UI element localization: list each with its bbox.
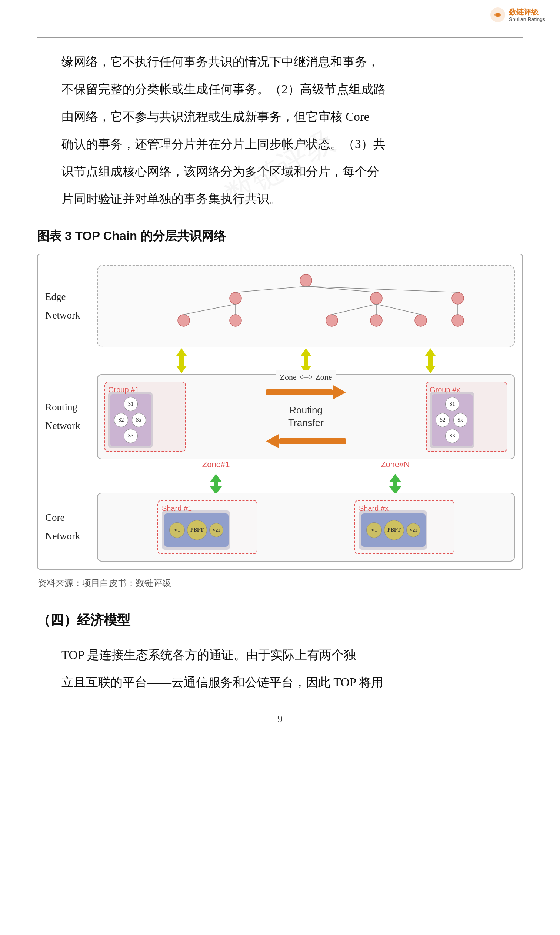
source-text: 资料来源：项目白皮书；数链评级 — [38, 575, 523, 591]
svg-marker-29 — [425, 348, 435, 356]
shard-node-s3-right: S3 — [445, 429, 459, 443]
logo-icon — [490, 7, 506, 23]
shard-node-s2-right: S2 — [435, 413, 450, 427]
yellow-arrow-1 — [172, 348, 190, 374]
body-text-4: 确认的事务，还管理分片并在分片上同步帐户状态。（3）共 — [37, 132, 523, 156]
pbft-node-right: PBFT — [384, 520, 404, 540]
svg-point-10 — [452, 292, 464, 304]
routing-arrow-left — [265, 433, 347, 449]
shard-node-sx-left: Sx — [132, 413, 146, 427]
svg-marker-21 — [176, 348, 187, 356]
body-text-3: 由网络，它不参与共识流程或生成新事务，但它审核 Core — [37, 105, 523, 129]
header-logo: 数链评级 Shulian Ratings — [490, 7, 545, 23]
figure-title: 图表 3 TOP Chain 的分层共识网络 — [37, 225, 523, 247]
page-number: 9 — [37, 709, 523, 729]
svg-rect-28 — [304, 356, 308, 366]
svg-rect-34 — [266, 389, 332, 395]
green-arrow-right — [386, 473, 404, 495]
v1-node-right: V1 — [366, 522, 382, 538]
yellow-arrow-3 — [422, 348, 439, 374]
routing-transfer-label: RoutingTransfer — [288, 404, 324, 429]
svg-line-16 — [332, 304, 376, 315]
svg-point-7 — [326, 315, 338, 326]
network-diagram: Edge Network — [45, 265, 515, 561]
svg-line-18 — [376, 304, 421, 315]
svg-rect-45 — [393, 481, 397, 486]
svg-point-2 — [300, 274, 312, 286]
top-border — [37, 37, 523, 38]
svg-marker-35 — [332, 385, 346, 400]
svg-point-5 — [178, 315, 190, 326]
diagram-container: Edge Network — [37, 254, 523, 570]
svg-point-4 — [370, 292, 382, 304]
svg-marker-25 — [301, 348, 311, 356]
svg-point-11 — [452, 315, 464, 326]
core-network-label: Core Network — [45, 509, 90, 546]
body-text-8: 立且互联的平台——云通信服务和公链平台，因此 TOP 将用 — [37, 670, 523, 695]
v1-node-left: V1 — [169, 522, 185, 538]
body-text-5: 识节点组成核心网络，该网络分为多个区域和分片，每个分 — [37, 159, 523, 184]
svg-line-14 — [184, 304, 235, 315]
body-text-7: TOP 是连接生态系统各方的通证。由于实际上有两个独 — [37, 643, 523, 667]
shard-node-sx-right: Sx — [453, 413, 468, 427]
svg-rect-37 — [279, 438, 346, 444]
svg-rect-41 — [214, 481, 218, 486]
edge-network-label: Edge Network — [45, 288, 90, 325]
svg-marker-36 — [266, 434, 279, 449]
v21-node-right: V21 — [406, 523, 420, 537]
shard-node-s1-left: S1 — [124, 397, 138, 411]
pbft-node-left: PBFT — [187, 520, 207, 540]
svg-point-6 — [230, 315, 242, 326]
svg-rect-24 — [179, 356, 184, 366]
shard1-label: Shard #1 — [162, 501, 192, 515]
routing-arrow-right — [265, 384, 347, 400]
shard-node-s2-left: S2 — [114, 413, 128, 427]
svg-line-19 — [306, 286, 458, 292]
svg-line-12 — [235, 286, 306, 292]
shardX-label: Shard #x — [359, 501, 389, 515]
section-heading: （四）经济模型 — [37, 608, 523, 633]
body-text-6: 片同时验证并对单独的事务集执行共识。 — [37, 187, 523, 211]
svg-point-9 — [415, 315, 427, 326]
svg-marker-42 — [389, 474, 401, 482]
svg-line-13 — [306, 286, 376, 292]
svg-point-8 — [370, 315, 382, 326]
v21-node-left: V21 — [209, 523, 223, 537]
routing-network-label: Routing Network — [45, 398, 90, 435]
body-text-1: 缘网络，它不执行任何事务共识的情况下中继消息和事务， — [37, 50, 523, 74]
green-arrow-left — [207, 473, 225, 495]
shard-node-s1-right: S1 — [445, 397, 459, 411]
zone-label: Zone <--> Zone — [276, 370, 336, 385]
svg-point-3 — [230, 292, 242, 304]
logo-text: 数链评级 Shulian Ratings — [509, 8, 545, 23]
svg-point-1 — [496, 13, 500, 17]
edge-network-svg — [109, 272, 503, 332]
shard-node-s3-left: S3 — [124, 429, 138, 443]
body-text-2: 不保留完整的分类帐或生成任何事务。（2）高级节点组成路 — [37, 77, 523, 101]
svg-marker-23 — [176, 366, 187, 374]
svg-rect-32 — [428, 356, 432, 366]
svg-marker-38 — [210, 474, 222, 482]
svg-marker-31 — [425, 366, 435, 374]
